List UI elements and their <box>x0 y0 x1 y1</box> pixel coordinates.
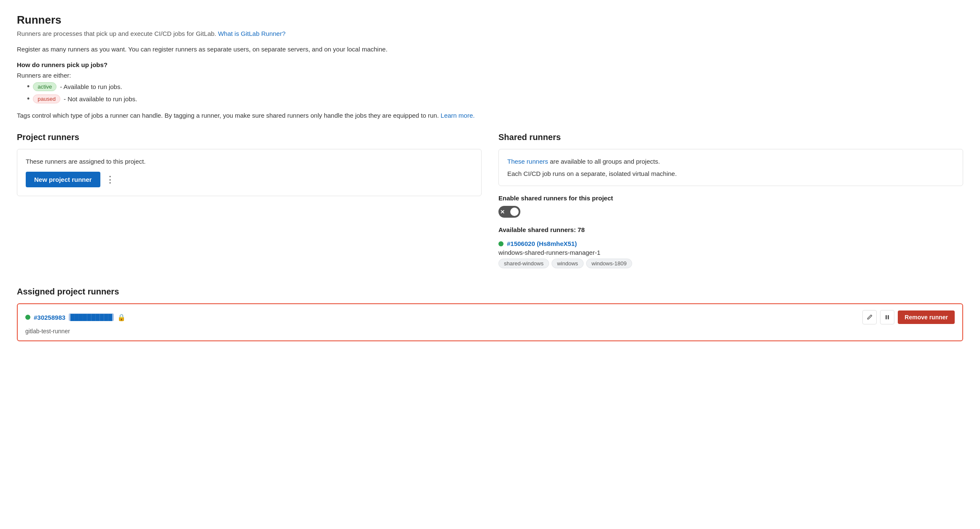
active-text: - Available to run jobs. <box>60 83 122 90</box>
shared-runners-info-line2: Each CI/CD job runs on a separate, isola… <box>507 170 954 177</box>
runner-name: gitlab-test-runner <box>25 328 955 335</box>
pause-runner-button[interactable] <box>880 310 894 324</box>
how-heading: How do runners pick up jobs? <box>17 61 108 68</box>
assigned-runners-section: Assigned project runners #30258983 █████… <box>17 287 963 341</box>
project-runners-section: Project runners These runners are assign… <box>17 132 482 273</box>
tags-note: Tags control which type of jobs a runner… <box>17 112 963 119</box>
tag-windows-1809: windows-1809 <box>586 259 632 268</box>
how-section: How do runners pick up jobs? <box>17 61 963 68</box>
runner-actions: Remove runner <box>862 310 955 324</box>
shared-runner-id: #1506020 (Hs8mheX51) <box>507 240 577 247</box>
these-runners-link[interactable]: These runners <box>507 158 548 165</box>
runner-id: #30258983 <box>34 314 65 321</box>
active-badge: active <box>33 82 57 91</box>
page-subtitle: Runners are processes that pick up and e… <box>17 30 963 37</box>
runner-card-top: #30258983 ██████████ 🔒 Remove runner <box>25 310 955 324</box>
toggle-x-icon: ✕ <box>500 209 505 215</box>
shared-runners-title: Shared runners <box>498 132 963 142</box>
three-dots-button[interactable]: ⋮ <box>105 175 115 184</box>
what-is-gitlab-runner-link[interactable]: What is GitLab Runner? <box>218 30 285 37</box>
shared-runner-machine-name: windows-shared-runners-manager-1 <box>498 249 963 256</box>
register-note: Register as many runners as you want. Yo… <box>17 46 963 53</box>
runner-status-dot <box>25 315 30 320</box>
svg-rect-1 <box>888 315 889 319</box>
subtitle-text: Runners are processes that pick up and e… <box>17 30 216 37</box>
shared-runner-tags: shared-windows windows windows-1809 <box>498 259 963 268</box>
shared-runner-id-row: #1506020 (Hs8mheX51) <box>498 240 963 247</box>
runners-list: active - Available to run jobs. paused -… <box>17 82 963 103</box>
assigned-runners-title: Assigned project runners <box>17 287 963 297</box>
two-col-layout: Project runners These runners are assign… <box>17 132 963 273</box>
shared-runner-green-dot <box>498 241 503 246</box>
paused-text: - Not available to run jobs. <box>64 95 137 103</box>
shared-runners-info-box: These runners are available to all group… <box>498 149 963 186</box>
project-runners-title: Project runners <box>17 132 482 142</box>
list-item-paused: paused - Not available to run jobs. <box>27 94 963 103</box>
paused-badge: paused <box>33 94 60 103</box>
new-runner-row: New project runner ⋮ <box>26 172 473 187</box>
svg-rect-0 <box>886 315 887 319</box>
shared-runners-info-line1: These runners are available to all group… <box>507 158 954 165</box>
new-project-runner-button[interactable]: New project runner <box>26 172 100 187</box>
runner-card: #30258983 ██████████ 🔒 Remove runner <box>17 303 963 341</box>
available-count: Available shared runners: 78 <box>498 226 963 233</box>
shared-runners-info-line1-text: are available to all groups and projects… <box>550 158 660 165</box>
runner-left: #30258983 ██████████ 🔒 <box>25 313 126 321</box>
page-title: Runners <box>17 13 963 27</box>
shared-runner-item: #1506020 (Hs8mheX51) windows-shared-runn… <box>498 240 963 268</box>
enable-shared-toggle-row: ✕ <box>498 206 963 218</box>
list-item-active: active - Available to run jobs. <box>27 82 963 91</box>
enable-shared-toggle[interactable]: ✕ <box>498 206 520 218</box>
edit-runner-button[interactable] <box>862 310 877 324</box>
runners-either: Runners are either: <box>17 72 963 79</box>
enable-shared-label: Enable shared runners for this project <box>498 194 963 202</box>
tag-shared-windows: shared-windows <box>498 259 549 268</box>
tag-windows: windows <box>552 259 584 268</box>
remove-runner-button[interactable]: Remove runner <box>898 310 955 324</box>
runner-highlight: ██████████ <box>69 313 114 321</box>
toggle-knob <box>510 208 519 216</box>
lock-icon: 🔒 <box>117 313 126 321</box>
project-runners-info-text: These runners are assigned to this proje… <box>26 158 473 165</box>
project-runners-info-box: These runners are assigned to this proje… <box>17 149 482 196</box>
shared-runners-section: Shared runners These runners are availab… <box>498 132 963 273</box>
learn-more-link[interactable]: Learn more. <box>441 112 475 119</box>
